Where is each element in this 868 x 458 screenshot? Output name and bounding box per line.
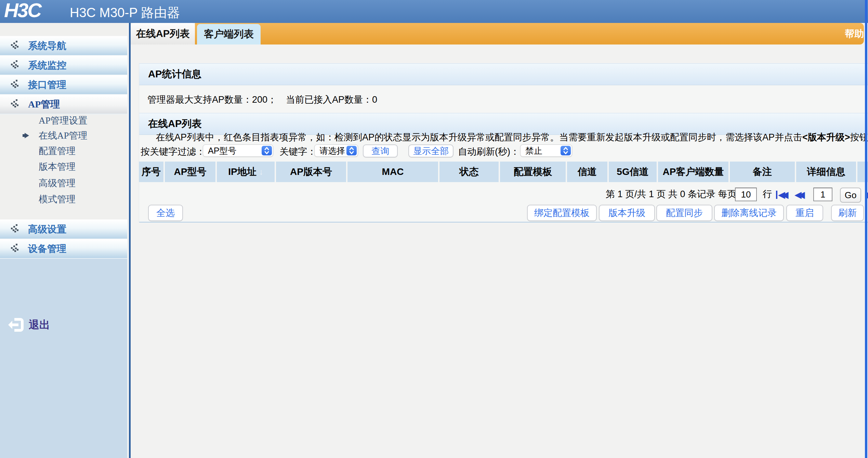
reboot-button[interactable]: 重启 — [786, 205, 823, 221]
show-all-button[interactable]: 显示全部 — [408, 144, 453, 157]
col-status: 状态 — [439, 162, 499, 182]
keyword-select[interactable]: 请选择 — [314, 144, 358, 157]
page-number-input[interactable] — [813, 188, 832, 201]
config-sync-button[interactable]: 配置同步 — [656, 205, 712, 221]
expand-icon — [11, 64, 13, 65]
prev-page-icon[interactable]: ◀◀ — [794, 189, 801, 201]
col-ap-clients: AP客户端数量 — [658, 162, 728, 182]
h3c-logo: H3C — [4, 0, 41, 22]
sidebar-item-device-mgmt[interactable]: 设备管理 — [0, 239, 127, 259]
auto-refresh-select[interactable]: 禁止 — [520, 144, 572, 157]
select-chevrons-icon — [346, 146, 357, 155]
sidebar-item-system-monitor[interactable]: 系统监控 — [0, 55, 127, 75]
query-button[interactable]: 查询 — [363, 144, 398, 157]
collapse-icon — [11, 103, 13, 104]
col-ap-model: AP型号 — [165, 162, 215, 182]
list-description: 在线AP列表中，红色条目指表项异常，如：检测到AP的状态显示为版本升级异常或配置… — [139, 131, 868, 143]
first-page-icon[interactable]: ◀◀ — [776, 189, 785, 201]
col-ip-address[interactable]: IP地址↓ — [217, 162, 275, 182]
select-chevrons-icon — [561, 146, 571, 155]
col-detail-info: 详细信息 — [796, 162, 856, 182]
col-serial: 序号 — [139, 162, 163, 182]
window-edge-strip — [865, 0, 867, 458]
tab-client-list[interactable]: 客户端列表 — [197, 24, 261, 44]
tab-online-ap-list[interactable]: 在线AP列表 — [131, 23, 195, 44]
sidebar-subitem-advanced-mgmt[interactable]: 高级管理 — [0, 176, 127, 191]
sidebar-subitem-config-mgmt[interactable]: 配置管理 — [0, 143, 127, 158]
sidebar-item-advanced-settings[interactable]: 高级设置 — [0, 219, 127, 239]
filter-label: 按关键字过滤： — [141, 145, 205, 158]
version-upgrade-button[interactable]: 版本升级 — [599, 205, 655, 221]
sidebar-item-ap-mgmt[interactable]: AP管理 — [0, 94, 127, 114]
col-ap-version: AP版本号 — [276, 162, 346, 182]
sidebar-item-system-nav[interactable]: 系统导航 — [0, 36, 127, 56]
page-title: H3C M30-P 路由器 — [70, 4, 180, 22]
sidebar-lower-area — [0, 257, 127, 458]
col-config-template: 配置模板 — [500, 162, 566, 182]
bind-template-button[interactable]: 绑定配置模板 — [527, 205, 597, 221]
expand-icon — [11, 247, 13, 249]
rows-suffix-label: 行 — [763, 188, 772, 200]
select-all-button[interactable]: 全选 — [148, 205, 183, 221]
delete-offline-button[interactable]: 删除离线记录 — [714, 205, 784, 221]
main-panel: AP统计信息 管理器最大支持AP数量：200； 当前已接入AP数量：0 在线AP… — [139, 63, 868, 222]
col-mac: MAC — [347, 162, 438, 182]
app-header: H3C H3C M30-P 路由器 — [0, 0, 868, 23]
sidebar-subitem-ap-mgmt-settings[interactable]: AP管理设置 — [0, 113, 127, 128]
exit-arrow-icon — [7, 316, 25, 334]
select-chevrons-icon — [262, 146, 272, 155]
sidebar-subitem-mode-mgmt[interactable]: 模式管理 — [0, 192, 127, 207]
panel-bottom-border — [139, 222, 868, 222]
table-header-row: 序号 AP型号 IP地址↓ AP版本号 MAC 状态 配置模板 信道 5G信道 … — [139, 162, 868, 182]
expand-icon — [11, 44, 13, 46]
sidebar-subitem-online-ap-mgmt[interactable]: 在线AP管理 — [0, 128, 127, 143]
col-remark: 备注 — [730, 162, 795, 182]
go-button[interactable]: Go — [840, 188, 861, 203]
rows-per-page-input[interactable] — [735, 188, 757, 201]
col-channel: 信道 — [567, 162, 607, 182]
sort-down-icon: ↓ — [259, 167, 263, 177]
help-link[interactable]: 帮助 — [837, 27, 864, 40]
sidebar-subitem-version-mgmt[interactable]: 版本管理 — [0, 159, 127, 174]
keyword-label: 关键字： — [279, 145, 316, 158]
refresh-button[interactable]: 刷新 — [831, 205, 864, 221]
selected-item-arrow-icon — [25, 133, 29, 138]
sidebar-item-interface-mgmt[interactable]: 接口管理 — [0, 75, 127, 95]
expand-icon — [11, 228, 13, 229]
col-5g-channel: 5G信道 — [609, 162, 657, 182]
sidebar-content-divider — [129, 23, 131, 458]
ap-stats-text: 管理器最大支持AP数量：200； 当前已接入AP数量：0 — [147, 93, 377, 106]
page-info-text: 第 1 页/共 1 页 共 0 条记录 每页 — [606, 188, 737, 200]
logout-button[interactable]: 退出 — [7, 315, 123, 335]
auto-refresh-label: 自动刷新(秒)： — [458, 145, 520, 158]
ap-stats-section-header: AP统计信息 — [139, 63, 868, 85]
filter-field-select[interactable]: AP型号 — [203, 144, 273, 157]
tab-bar — [195, 23, 864, 44]
expand-icon — [11, 83, 13, 85]
